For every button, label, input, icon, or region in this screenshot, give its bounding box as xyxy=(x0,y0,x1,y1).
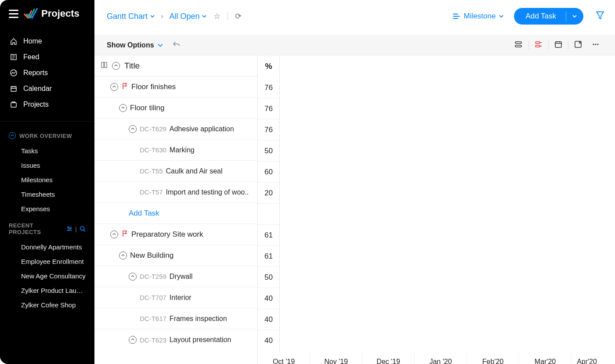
task-title: Layout presentation xyxy=(170,336,232,344)
critical-path-icon[interactable] xyxy=(534,40,543,50)
filter-icon[interactable] xyxy=(596,11,604,22)
collapse-icon[interactable] xyxy=(119,104,127,112)
svg-rect-12 xyxy=(555,42,561,47)
collapse-icon[interactable] xyxy=(110,83,118,91)
task-row[interactable]: DC-T55 Caulk and Air seal xyxy=(94,161,257,182)
collapse-icon[interactable] xyxy=(119,252,127,259)
sidebar-item-expenses[interactable]: Expenses xyxy=(0,202,94,216)
milestone-flag-icon xyxy=(121,82,128,92)
svg-rect-8 xyxy=(515,42,521,43)
collapse-icon[interactable] xyxy=(9,132,16,139)
collapse-all-icon[interactable] xyxy=(112,61,120,70)
calendar-icon xyxy=(10,85,18,93)
recent-projects-header[interactable]: RECENT PROJECTS | xyxy=(0,216,94,240)
percent-cell: 76 xyxy=(258,77,279,98)
reports-icon xyxy=(10,69,18,77)
collapse-icon[interactable] xyxy=(129,336,137,344)
svg-point-15 xyxy=(595,43,596,45)
month-header: Jan '20 xyxy=(415,351,467,364)
collapse-icon[interactable] xyxy=(129,125,137,133)
show-options-toggle[interactable]: Show Options xyxy=(107,41,163,49)
sidebar: Projects HomeFeedReportsCalendarProjects… xyxy=(0,0,94,364)
chevron-down-icon xyxy=(202,14,206,18)
task-row[interactable]: DC-T259 Drywall xyxy=(94,266,257,287)
menu-toggle-icon[interactable] xyxy=(9,10,18,18)
work-overview-header[interactable]: WORK OVERVIEW xyxy=(0,126,94,144)
toolbar: Show Options xyxy=(94,36,615,55)
percent-cell: 50 xyxy=(258,267,279,288)
svg-point-14 xyxy=(593,43,594,45)
task-title: Adhesive application xyxy=(170,125,234,133)
sidebar-item-milestones[interactable]: Milestones xyxy=(0,173,94,187)
task-id: DC-T707 xyxy=(140,294,166,301)
task-row[interactable]: Preparatory Site work xyxy=(94,224,257,245)
chevron-down-icon xyxy=(150,14,155,18)
favorite-icon[interactable]: ☆ xyxy=(211,11,223,21)
search-icon[interactable] xyxy=(80,226,86,232)
nav-item-calendar[interactable]: Calendar xyxy=(0,81,94,97)
chevron-down-icon xyxy=(158,43,163,48)
collapse-icon[interactable] xyxy=(110,231,118,238)
title-column-header: Title xyxy=(124,61,140,71)
home-icon xyxy=(10,37,18,45)
task-row[interactable]: DC-T623 Layout presentation xyxy=(94,329,257,350)
task-row[interactable]: Floor tiling xyxy=(94,97,257,119)
task-title: Caulk and Air seal xyxy=(166,167,223,175)
task-id: DC-T617 xyxy=(140,315,166,322)
percent-cell: 76 xyxy=(258,119,279,141)
svg-rect-3 xyxy=(11,103,16,107)
settings-icon[interactable] xyxy=(66,226,72,232)
percent-cell xyxy=(258,204,279,225)
milestone-flag-icon xyxy=(121,230,128,239)
add-task-dropdown[interactable] xyxy=(566,8,583,25)
filter-selector[interactable]: All Open xyxy=(169,12,206,21)
today-icon[interactable] xyxy=(554,40,563,50)
baseline-icon[interactable] xyxy=(514,40,523,50)
task-row[interactable]: DC-T630 Marking xyxy=(94,140,257,161)
recent-project-item[interactable]: Donnelly Apartments xyxy=(0,240,94,254)
view-selector[interactable]: Gantt Chart xyxy=(107,12,155,21)
nav-item-reports[interactable]: Reports xyxy=(0,65,94,81)
milestone-title: Floor finishes xyxy=(131,83,176,91)
app-logo[interactable]: Projects xyxy=(24,8,80,19)
nav-item-home[interactable]: Home xyxy=(0,33,94,49)
svg-rect-17 xyxy=(101,62,104,68)
svg-rect-2 xyxy=(11,86,16,91)
task-row[interactable]: DC-T707 Interior xyxy=(94,287,257,308)
task-id: DC-T623 xyxy=(140,336,166,344)
recent-project-item[interactable]: New Age Consultancy xyxy=(0,269,94,283)
sidebar-item-tasks[interactable]: Tasks xyxy=(0,144,94,158)
percent-cell: 61 xyxy=(258,246,279,267)
recent-project-item[interactable]: Zylker Cofee Shop xyxy=(0,298,94,312)
task-row[interactable]: New Building xyxy=(94,245,257,266)
percent-cell: 61 xyxy=(258,225,279,246)
task-id: DC-T629 xyxy=(140,125,166,133)
svg-rect-10 xyxy=(535,42,540,43)
undo-icon[interactable] xyxy=(173,40,181,50)
topbar: Gantt Chart › All Open ☆ ⟳ Milestone Add… xyxy=(94,0,615,36)
more-icon[interactable] xyxy=(591,40,600,50)
add-task-button[interactable]: Add Task xyxy=(514,8,583,25)
task-row[interactable]: Floor finishes xyxy=(94,76,257,97)
recent-project-item[interactable]: Zylker Product Launch xyxy=(0,283,94,298)
month-header: Feb'20 xyxy=(467,351,519,364)
add-task-link[interactable]: Add Task xyxy=(129,209,159,218)
percent-cell: 50 xyxy=(258,141,279,162)
sidebar-item-issues[interactable]: Issues xyxy=(0,158,94,173)
svg-point-5 xyxy=(70,228,71,229)
milestone-selector[interactable]: Milestone xyxy=(452,12,504,21)
percent-column-header: % xyxy=(258,55,280,77)
collapse-icon[interactable] xyxy=(129,273,137,281)
sidebar-item-timesheets[interactable]: Timesheets xyxy=(0,187,94,202)
task-row[interactable]: DC-T629 Adhesive application xyxy=(94,119,257,140)
columns-icon[interactable] xyxy=(101,61,108,70)
task-row[interactable]: DC-T57 Import and testing of woo.. xyxy=(94,182,257,203)
task-row[interactable]: Add Task xyxy=(94,203,257,224)
nav-item-feed[interactable]: Feed xyxy=(0,49,94,65)
recent-project-item[interactable]: Employee Enrollment xyxy=(0,254,94,269)
refresh-icon[interactable]: ⟳ xyxy=(232,11,244,21)
task-row[interactable]: DC-T617 Frames inspection xyxy=(94,308,257,329)
fullscreen-icon[interactable] xyxy=(574,40,582,50)
nav-item-projects[interactable]: Projects xyxy=(0,97,94,112)
svg-rect-18 xyxy=(105,62,107,68)
